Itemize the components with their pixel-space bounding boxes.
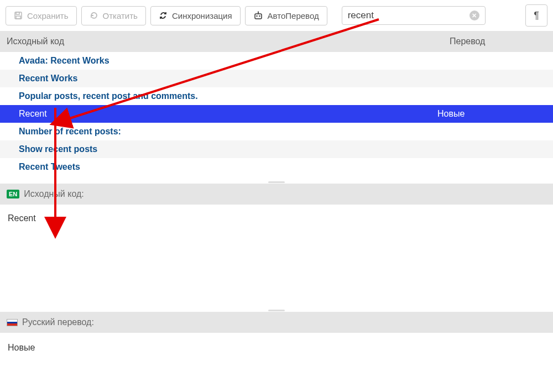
- save-label: Сохранить: [27, 11, 69, 20]
- save-icon: [14, 11, 23, 20]
- header-source: Исходный код: [7, 36, 450, 46]
- table-row[interactable]: Recent Works: [0, 70, 553, 87]
- pilcrow-icon: ¶: [534, 10, 539, 22]
- table-header: Исходный код Перевод: [0, 31, 553, 52]
- results-list: Avada: Recent Works Recent Works Popular…: [0, 52, 553, 176]
- table-row[interactable]: Show recent posts: [0, 140, 553, 158]
- svg-point-5: [259, 15, 260, 17]
- sync-button[interactable]: Синхронизация: [150, 6, 241, 25]
- table-row[interactable]: Recent Tweets: [0, 158, 553, 176]
- row-translation: Новые: [437, 109, 534, 119]
- table-row[interactable]: Recent Новые: [0, 105, 553, 123]
- revert-button[interactable]: Откатить: [81, 6, 146, 25]
- svg-rect-2: [16, 16, 20, 19]
- svg-rect-3: [255, 14, 262, 19]
- header-translation: Перевод: [450, 36, 546, 46]
- translation-panel-header: Русский перевод:: [0, 312, 553, 333]
- revert-icon: [90, 11, 98, 20]
- search-input[interactable]: [348, 10, 465, 21]
- save-button[interactable]: Сохранить: [6, 6, 77, 25]
- source-text-area[interactable]: Recent: [0, 205, 553, 304]
- clear-search-icon[interactable]: ✕: [469, 11, 479, 20]
- svg-point-7: [258, 12, 259, 13]
- toolbar: Сохранить Откатить Синхронизация АвтоПер…: [0, 0, 553, 31]
- auto-translate-label: АвтоПеревод: [268, 11, 319, 20]
- sync-label: Синхронизация: [172, 11, 232, 20]
- table-row[interactable]: Popular posts, recent post and comments.: [0, 87, 553, 105]
- svg-point-4: [256, 15, 257, 17]
- row-source: Recent: [19, 109, 437, 119]
- row-source: Recent Tweets: [19, 162, 437, 172]
- auto-translate-button[interactable]: АвтоПеревод: [245, 6, 327, 25]
- translation-panel-label: Русский перевод:: [22, 317, 94, 327]
- revert-label: Откатить: [103, 11, 138, 20]
- search-box: ✕: [342, 6, 486, 25]
- pilcrow-button[interactable]: ¶: [525, 4, 547, 27]
- source-panel-label: Исходный код:: [24, 189, 84, 199]
- row-source: Number of recent posts:: [19, 127, 437, 137]
- lang-badge-en: EN: [7, 190, 19, 198]
- row-source: Recent Works: [19, 74, 437, 83]
- table-row[interactable]: Number of recent posts:: [0, 123, 553, 140]
- translation-text-area[interactable]: Новые: [0, 333, 553, 363]
- row-source: Popular posts, recent post and comments.: [19, 91, 437, 101]
- source-panel-header: EN Исходный код:: [0, 184, 553, 205]
- robot-icon: [253, 11, 263, 20]
- svg-rect-1: [16, 12, 19, 14]
- flag-ru-icon: [7, 319, 18, 326]
- table-row[interactable]: Avada: Recent Works: [0, 52, 553, 70]
- row-source: Avada: Recent Works: [19, 56, 437, 66]
- row-source: Show recent posts: [19, 144, 437, 154]
- sync-icon: [159, 11, 168, 20]
